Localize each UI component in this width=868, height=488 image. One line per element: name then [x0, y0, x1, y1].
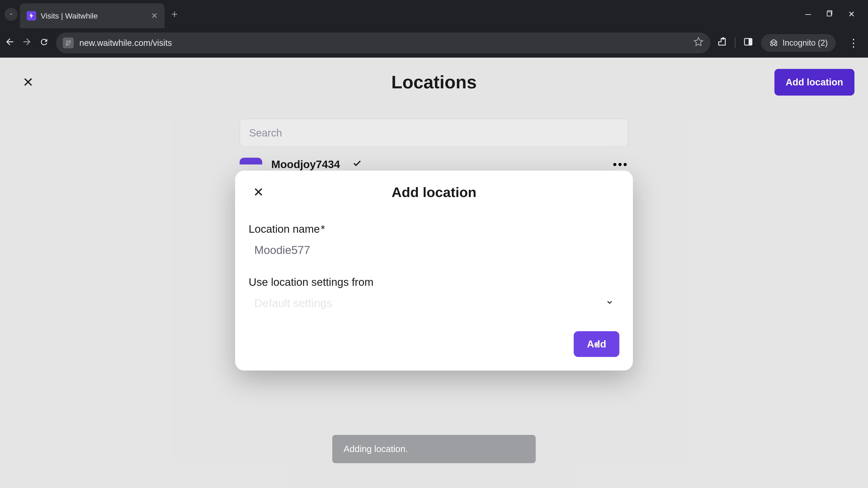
location-name-label: Location name*	[249, 223, 619, 235]
window-controls: ─ ✕	[803, 9, 864, 19]
star-icon[interactable]	[693, 37, 704, 49]
maximize-icon[interactable]	[825, 9, 835, 19]
sidepanel-icon[interactable]	[743, 37, 753, 49]
url-text: new.waitwhile.com/visits	[79, 38, 688, 48]
tab-bar: Visits | Waitwhile ✕ + ─ ✕	[0, 0, 868, 28]
modal-title: Add location	[392, 184, 476, 200]
modal-header: ✕ Add location	[249, 184, 619, 200]
tab-close-icon[interactable]: ✕	[151, 11, 158, 21]
modal-footer: Add	[249, 331, 619, 357]
add-location-modal: ✕ Add location Location name* Use locati…	[235, 170, 633, 370]
required-marker: *	[321, 223, 325, 235]
browser-tab[interactable]: Visits | Waitwhile ✕	[20, 3, 164, 28]
browser-chrome: Visits | Waitwhile ✕ + ─ ✕ new.waitwhile…	[0, 0, 868, 58]
svg-rect-1	[827, 12, 831, 16]
tab-search-dropdown[interactable]	[4, 8, 18, 21]
close-window-icon[interactable]: ✕	[846, 9, 857, 19]
modal-backdrop[interactable]: ✕ Add location Location name* Use locati…	[0, 58, 868, 488]
svg-point-2	[69, 40, 70, 41]
settings-from-group: Use location settings from Default setti…	[249, 276, 619, 313]
location-name-group: Location name*	[249, 223, 619, 260]
location-name-input[interactable]	[249, 240, 619, 260]
toolbar-divider	[735, 37, 735, 48]
select-placeholder: Default settings	[254, 297, 332, 310]
svg-point-3	[66, 44, 67, 45]
chevron-down-icon	[8, 11, 14, 18]
settings-from-label: Use location settings from	[249, 276, 619, 288]
address-bar-row: new.waitwhile.com/visits Incognito (2) ⋮	[0, 28, 868, 58]
back-icon[interactable]	[4, 37, 15, 50]
waitwhile-favicon	[27, 11, 36, 21]
tab-title: Visits | Waitwhile	[41, 11, 147, 20]
settings-from-select[interactable]: Default settings	[249, 293, 619, 313]
new-tab-button[interactable]: +	[171, 8, 178, 20]
site-settings-icon[interactable]	[63, 37, 74, 48]
reload-icon[interactable]	[39, 37, 49, 49]
minimize-icon[interactable]: ─	[803, 9, 813, 19]
chevron-down-icon	[606, 298, 614, 308]
modal-close-icon[interactable]: ✕	[253, 185, 264, 199]
incognito-label: Incognito (2)	[782, 38, 828, 48]
incognito-icon	[769, 38, 778, 48]
svg-rect-6	[749, 38, 752, 45]
cursor-icon	[592, 341, 601, 350]
address-bar[interactable]: new.waitwhile.com/visits	[56, 33, 710, 53]
forward-icon[interactable]	[22, 37, 32, 50]
page-content: ✕ Locations Add location Search Moodjoy7…	[0, 58, 868, 488]
label-text: Location name	[249, 223, 320, 235]
incognito-chip[interactable]: Incognito (2)	[761, 34, 836, 52]
add-button[interactable]: Add	[574, 331, 619, 357]
toolbar-icons: Incognito (2) ⋮	[717, 34, 864, 52]
extensions-icon[interactable]	[717, 37, 727, 49]
browser-menu-icon[interactable]: ⋮	[844, 37, 864, 49]
